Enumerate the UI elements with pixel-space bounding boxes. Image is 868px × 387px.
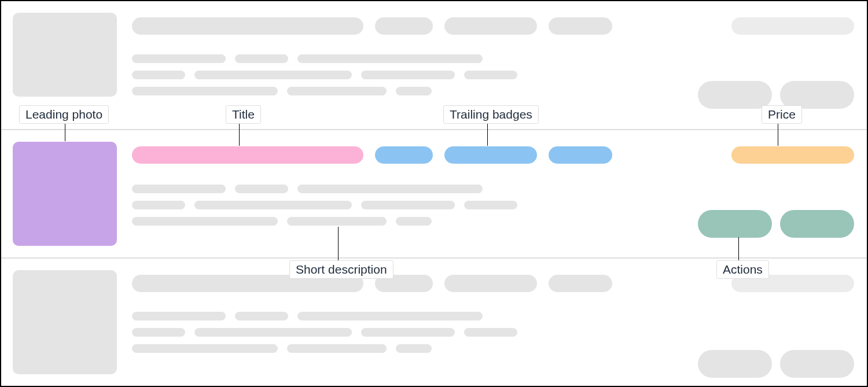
trailing-badge — [549, 146, 612, 164]
action-button[interactable] — [780, 210, 854, 238]
desc-line — [132, 185, 226, 193]
action-button-placeholder[interactable] — [698, 350, 772, 378]
action-button-placeholder[interactable] — [780, 350, 854, 378]
diagram-frame: Leading photo Title Trailing badges Pric… — [0, 0, 868, 387]
leader-line — [487, 123, 488, 146]
desc-line — [132, 201, 185, 209]
desc-line — [235, 54, 288, 63]
list-item-row-2 — [1, 130, 867, 258]
badge-placeholder — [375, 17, 433, 35]
desc-line — [132, 344, 278, 353]
badge-placeholder — [444, 17, 537, 35]
annotation-title: Title — [226, 105, 261, 124]
price — [731, 146, 854, 164]
action-button-placeholder[interactable] — [698, 81, 772, 109]
desc-line — [132, 312, 226, 320]
annotation-trailing-badges: Trailing badges — [443, 105, 539, 124]
leader-line — [338, 227, 339, 260]
desc-line — [464, 201, 517, 209]
desc-line — [297, 185, 483, 193]
desc-line — [194, 328, 352, 337]
annotation-price: Price — [762, 105, 802, 124]
desc-line — [132, 328, 185, 337]
desc-line — [361, 201, 455, 209]
leading-photo — [13, 142, 117, 246]
list-item-row-1 — [1, 1, 867, 130]
desc-line — [361, 328, 455, 337]
desc-line — [361, 71, 455, 79]
badge-placeholder — [444, 275, 537, 292]
trailing-badge — [375, 146, 433, 164]
leader-line — [738, 237, 739, 260]
leader-line — [778, 123, 778, 146]
desc-line — [396, 344, 432, 353]
desc-line — [287, 87, 387, 95]
leader-line — [239, 123, 240, 146]
desc-line — [132, 87, 278, 95]
title — [132, 146, 363, 164]
badge-placeholder — [549, 275, 612, 292]
desc-line — [396, 87, 432, 95]
action-button-placeholder[interactable] — [780, 81, 854, 109]
annotation-actions: Actions — [716, 260, 769, 279]
title-placeholder — [132, 17, 363, 35]
trailing-badge — [444, 146, 537, 164]
desc-line — [132, 217, 278, 226]
desc-line — [194, 201, 352, 209]
leading-photo-placeholder — [13, 13, 117, 97]
desc-line — [132, 54, 226, 63]
annotation-short-description: Short description — [289, 260, 393, 279]
leader-line — [65, 123, 65, 141]
price-placeholder — [731, 17, 854, 35]
desc-line — [464, 328, 517, 337]
desc-line — [194, 71, 352, 79]
desc-line — [235, 185, 288, 193]
action-button[interactable] — [698, 210, 772, 238]
desc-line — [297, 312, 483, 320]
badge-placeholder — [549, 17, 612, 35]
annotation-leading-photo: Leading photo — [19, 105, 109, 124]
desc-line — [287, 344, 387, 353]
desc-line — [297, 54, 483, 63]
desc-line — [287, 217, 387, 226]
desc-line — [235, 312, 288, 320]
leading-photo-placeholder — [13, 270, 117, 374]
desc-line — [132, 71, 185, 79]
desc-line — [464, 71, 517, 79]
desc-line — [396, 217, 432, 226]
